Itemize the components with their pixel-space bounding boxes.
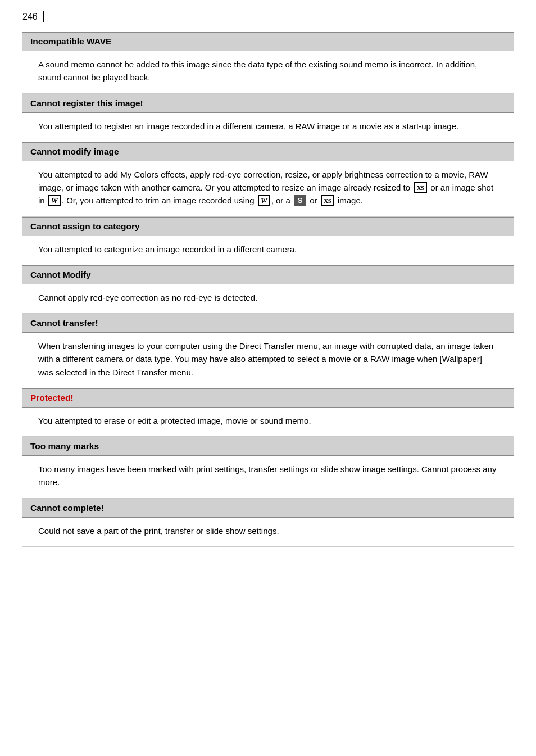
- section-cannot-assign: Cannot assign to category You attempted …: [22, 217, 514, 265]
- section-protected: Protected! You attempted to erase or edi…: [22, 388, 514, 437]
- section-text-cannot-register: You attempted to register an image recor…: [38, 120, 498, 133]
- section-body-protected: You attempted to erase or edit a protect…: [22, 408, 514, 437]
- section-header-cannot-transfer: Cannot transfer!: [22, 314, 514, 333]
- w-icon-1: W: [48, 195, 61, 206]
- section-text-cannot-transfer: When transferring images to your compute…: [38, 339, 498, 379]
- section-title-cannot-complete: Cannot complete!: [30, 503, 104, 513]
- page-number: 246: [22, 11, 44, 22]
- section-body-cannot-assign: You attempted to categorize an image rec…: [22, 236, 514, 265]
- section-cannot-modify: Cannot Modify Cannot apply red-eye corre…: [22, 265, 514, 314]
- section-header-incompatible-wave: Incompatible WAVE: [22, 32, 514, 51]
- section-body-too-many-marks: Too many images have been marked with pr…: [22, 456, 514, 499]
- section-cannot-register: Cannot register this image! You attempte…: [22, 94, 514, 142]
- section-header-protected: Protected!: [22, 388, 514, 408]
- section-text-cannot-modify-image: You attempted to add My Colors effects, …: [38, 168, 498, 207]
- section-text-cannot-assign: You attempted to categorize an image rec…: [38, 243, 498, 256]
- section-body-cannot-complete: Could not save a part of the print, tran…: [22, 518, 514, 547]
- section-body-cannot-register: You attempted to register an image recor…: [22, 113, 514, 142]
- page-number-area: 246: [22, 11, 514, 22]
- section-body-cannot-modify-image: You attempted to add My Colors effects, …: [22, 161, 514, 217]
- section-incompatible-wave: Incompatible WAVE A sound memo cannot be…: [22, 32, 514, 94]
- section-text-protected: You attempted to erase or edit a protect…: [38, 414, 498, 427]
- section-title-cannot-transfer: Cannot transfer!: [30, 318, 98, 328]
- section-header-cannot-register: Cannot register this image!: [22, 94, 514, 113]
- section-text-incompatible-wave: A sound memo cannot be added to this ima…: [38, 58, 498, 84]
- section-header-cannot-assign: Cannot assign to category: [22, 217, 514, 236]
- section-header-too-many-marks: Too many marks: [22, 437, 514, 456]
- section-body-cannot-transfer: When transferring images to your compute…: [22, 333, 514, 388]
- section-title-protected: Protected!: [30, 393, 74, 402]
- section-text-too-many-marks: Too many images have been marked with pr…: [38, 463, 498, 489]
- section-cannot-transfer: Cannot transfer! When transferring image…: [22, 314, 514, 388]
- section-title-incompatible-wave: Incompatible WAVE: [30, 37, 111, 46]
- section-too-many-marks: Too many marks Too many images have been…: [22, 437, 514, 499]
- section-header-cannot-modify: Cannot Modify: [22, 265, 514, 284]
- w-icon-2: W: [258, 195, 270, 206]
- section-body-cannot-modify: Cannot apply red-eye correction as no re…: [22, 284, 514, 314]
- section-cannot-complete: Cannot complete! Could not save a part o…: [22, 499, 514, 547]
- section-header-cannot-modify-image: Cannot modify image: [22, 142, 514, 161]
- section-title-cannot-modify: Cannot Modify: [30, 270, 91, 279]
- xs-icon-2: XS: [321, 195, 334, 206]
- section-title-cannot-modify-image: Cannot modify image: [30, 147, 119, 156]
- section-header-cannot-complete: Cannot complete!: [22, 499, 514, 518]
- s-icon: S: [294, 195, 306, 206]
- section-text-cannot-complete: Could not save a part of the print, tran…: [38, 524, 498, 537]
- section-body-incompatible-wave: A sound memo cannot be added to this ima…: [22, 51, 514, 94]
- section-title-cannot-register: Cannot register this image!: [30, 98, 143, 108]
- xs-icon-1: XS: [414, 182, 427, 193]
- page-container: 246 Incompatible WAVE A sound memo canno…: [0, 0, 536, 756]
- section-cannot-modify-image: Cannot modify image You attempted to add…: [22, 142, 514, 217]
- section-text-cannot-modify: Cannot apply red-eye correction as no re…: [38, 291, 498, 304]
- section-title-too-many-marks: Too many marks: [30, 441, 99, 451]
- section-title-cannot-assign: Cannot assign to category: [30, 221, 140, 231]
